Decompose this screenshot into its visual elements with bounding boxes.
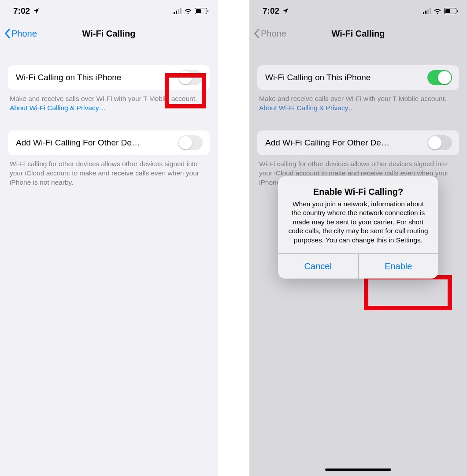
battery-icon (195, 8, 207, 14)
chevron-left-icon (254, 29, 260, 38)
nav-title: Wi-Fi Calling (332, 29, 385, 39)
row-wifi-calling-this-iphone[interactable]: Wi-Fi Calling on This iPhone (257, 65, 459, 90)
screenshot-right: 7:02 Phone Wi-Fi Calling Wi-Fi Calling o… (249, 0, 467, 476)
row-label: Wi-Fi Calling on This iPhone (16, 73, 126, 82)
group-footer: Wi-Fi calling for other devices allows o… (8, 155, 210, 187)
toggle-wifi-calling-this-iphone[interactable] (178, 70, 203, 85)
status-indicators (174, 8, 207, 14)
alert-buttons: Cancel Enable (278, 253, 438, 279)
row-label: Add Wi-Fi Calling For Other De… (16, 138, 145, 148)
settings-group-other-devices: Add Wi-Fi Calling For Other De… Wi-Fi ca… (8, 130, 210, 187)
nav-back-button[interactable]: Phone (4, 22, 37, 45)
toggle-wifi-calling-this-iphone[interactable] (427, 70, 452, 85)
group-footer: Make and receive calls over Wi-Fi with y… (8, 90, 210, 113)
status-time: 7:02 (13, 6, 30, 16)
row-label: Add Wi-Fi Calling For Other De… (265, 138, 394, 148)
location-arrow-icon (33, 7, 40, 15)
home-indicator (325, 469, 391, 471)
nav-back-label: Phone (261, 29, 286, 39)
group-footer: Make and receive calls over Wi-Fi with y… (257, 90, 459, 113)
alert-enable-button[interactable]: Enable (358, 254, 439, 279)
settings-group-wifi-calling-this-iphone: Wi-Fi Calling on This iPhone Make and re… (257, 65, 459, 113)
battery-icon (444, 8, 456, 14)
nav-title: Wi-Fi Calling (82, 29, 136, 39)
cellular-signal-icon (174, 8, 182, 14)
status-time-area: 7:02 (263, 6, 289, 16)
toggle-add-wifi-calling-other-devices[interactable] (178, 135, 203, 150)
nav-bar: Phone Wi-Fi Calling (249, 22, 467, 45)
alert-cancel-button[interactable]: Cancel (278, 254, 358, 279)
status-time: 7:02 (263, 6, 279, 16)
screenshot-left: 7:02 Phone Wi-Fi Calling Wi-Fi Calling o… (0, 0, 218, 476)
footer-text: Make and receive calls over Wi-Fi with y… (259, 95, 446, 102)
status-time-area: 7:02 (13, 6, 40, 16)
nav-back-button[interactable]: Phone (254, 22, 286, 45)
row-add-wifi-calling-other-devices[interactable]: Add Wi-Fi Calling For Other De… (8, 130, 210, 155)
chevron-left-icon (4, 29, 11, 38)
status-bar: 7:02 (0, 0, 218, 22)
status-indicators (423, 8, 456, 14)
wifi-icon (434, 8, 441, 14)
footer-text: Make and receive calls over Wi-Fi with y… (10, 95, 197, 102)
alert-message: When you join a network, information abo… (288, 200, 429, 245)
cellular-signal-icon (423, 8, 431, 14)
about-wifi-calling-privacy-link[interactable]: About Wi-Fi Calling & Privacy… (10, 104, 106, 112)
settings-group-wifi-calling-this-iphone: Wi-Fi Calling on This iPhone Make and re… (8, 65, 210, 113)
nav-bar: Phone Wi-Fi Calling (0, 22, 218, 45)
alert-enable-wifi-calling: Enable Wi-Fi Calling? When you join a ne… (278, 176, 438, 279)
alert-body: Enable Wi-Fi Calling? When you join a ne… (278, 176, 438, 253)
toggle-add-wifi-calling-other-devices[interactable] (427, 135, 452, 150)
settings-content: Wi-Fi Calling on This iPhone Make and re… (0, 45, 218, 187)
row-wifi-calling-this-iphone[interactable]: Wi-Fi Calling on This iPhone (8, 65, 210, 90)
row-label: Wi-Fi Calling on This iPhone (265, 73, 375, 82)
footer-text: Wi-Fi calling for other devices allows o… (10, 160, 199, 186)
status-bar: 7:02 (249, 0, 467, 22)
about-wifi-calling-privacy-link[interactable]: About Wi-Fi Calling & Privacy… (259, 104, 355, 112)
settings-content: Wi-Fi Calling on This iPhone Make and re… (249, 45, 467, 187)
row-add-wifi-calling-other-devices[interactable]: Add Wi-Fi Calling For Other De… (257, 130, 459, 155)
location-arrow-icon (282, 7, 289, 15)
alert-title: Enable Wi-Fi Calling? (288, 187, 429, 197)
wifi-icon (184, 8, 192, 14)
nav-back-label: Phone (11, 29, 37, 39)
